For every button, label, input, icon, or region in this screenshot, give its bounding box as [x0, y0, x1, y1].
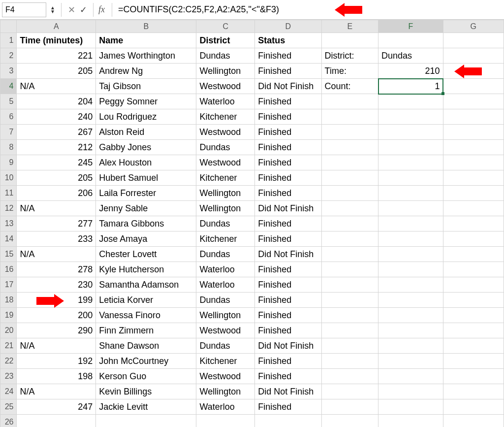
cell[interactable] — [378, 109, 443, 124]
row-header[interactable]: 10 — [0, 170, 17, 186]
cell[interactable] — [378, 94, 443, 109]
cell[interactable] — [322, 354, 378, 368]
name-box-stepper[interactable]: ▲ ▼ — [48, 6, 57, 14]
cell[interactable] — [443, 262, 504, 277]
cell[interactable] — [378, 308, 443, 323]
row-header[interactable]: 23 — [0, 369, 17, 384]
cell[interactable] — [443, 415, 504, 427]
cell[interactable] — [443, 323, 504, 338]
cancel-icon[interactable]: ✕ — [65, 4, 77, 15]
cell[interactable] — [322, 201, 378, 216]
cell-district[interactable]: Westwood — [196, 79, 254, 94]
cell-status[interactable]: Did Not Finish — [255, 201, 321, 216]
row-header[interactable]: 15 — [0, 247, 17, 262]
col-header[interactable]: F — [378, 20, 443, 33]
cell-time[interactable]: N/A — [17, 384, 95, 399]
cell-district[interactable]: Kitchener — [196, 231, 254, 246]
cell-status[interactable]: Finished — [255, 369, 321, 384]
cell[interactable] — [443, 155, 504, 170]
header-cell[interactable]: Name — [96, 33, 196, 48]
cell[interactable] — [443, 354, 504, 368]
cell-status[interactable]: Finished — [255, 231, 321, 246]
cell[interactable] — [443, 186, 504, 200]
cell[interactable] — [322, 186, 378, 200]
cell-status[interactable]: Finished — [255, 293, 321, 307]
cell-district[interactable]: Waterloo — [196, 262, 254, 277]
col-header[interactable]: D — [255, 20, 321, 33]
row-header[interactable]: 9 — [0, 155, 17, 170]
cell[interactable] — [378, 201, 443, 216]
cell[interactable] — [443, 79, 504, 94]
cell-district[interactable]: Waterloo — [196, 94, 254, 109]
col-header[interactable]: C — [196, 20, 255, 33]
cell[interactable] — [322, 338, 378, 353]
cell[interactable] — [378, 231, 443, 246]
cell-name[interactable]: Taj Gibson — [96, 79, 196, 94]
cell[interactable] — [443, 231, 504, 246]
cell[interactable] — [322, 415, 378, 427]
cell-district[interactable]: Kitchener — [196, 354, 254, 368]
row-header[interactable]: 22 — [0, 354, 17, 369]
cell[interactable] — [17, 415, 95, 427]
cell[interactable] — [443, 247, 504, 262]
row-header[interactable]: 14 — [0, 231, 17, 247]
cell-status[interactable]: Finished — [255, 216, 321, 231]
cell[interactable] — [378, 384, 443, 399]
confirm-icon[interactable]: ✓ — [77, 4, 89, 15]
cell[interactable] — [443, 140, 504, 155]
cell-time[interactable]: 205 — [17, 64, 95, 78]
cell[interactable] — [443, 170, 504, 185]
row-header[interactable]: 5 — [0, 94, 17, 109]
cell-name[interactable]: Gabby Jones — [96, 140, 196, 155]
row-header[interactable]: 7 — [0, 125, 17, 140]
cell-name[interactable]: Tamara Gibbons — [96, 216, 196, 231]
cell[interactable] — [378, 415, 443, 427]
header-cell[interactable]: District — [196, 33, 254, 48]
cell[interactable] — [378, 140, 443, 155]
cell[interactable] — [378, 186, 443, 200]
cell-district[interactable]: Wellington — [196, 201, 254, 216]
fx-icon[interactable]: fx — [98, 4, 105, 15]
cell[interactable] — [322, 369, 378, 384]
cell[interactable] — [322, 247, 378, 262]
cell-status[interactable]: Finished — [255, 140, 321, 155]
value-district[interactable]: Dundas — [378, 48, 443, 63]
cell-district[interactable]: Wellington — [196, 64, 254, 78]
cell-name[interactable]: Alex Houston — [96, 155, 196, 170]
cell-time[interactable]: 230 — [17, 277, 95, 292]
cell-name[interactable]: Jenny Sable — [96, 201, 196, 216]
cell-name[interactable]: Hubert Samuel — [96, 170, 196, 185]
cell-name[interactable]: Shane Dawson — [96, 338, 196, 353]
cell-name[interactable]: Kerson Guo — [96, 369, 196, 384]
cell[interactable] — [322, 170, 378, 185]
cell-time[interactable]: 278 — [17, 262, 95, 277]
row-header[interactable]: 17 — [0, 277, 17, 293]
cell[interactable] — [378, 293, 443, 307]
formula-input[interactable]: =COUNTIFS(C2:C25,F2,A2:A25,"<"&F3) — [116, 3, 281, 16]
cell[interactable] — [322, 308, 378, 323]
row-header[interactable]: 25 — [0, 399, 17, 415]
cell-status[interactable]: Finished — [255, 170, 321, 185]
cell[interactable] — [322, 109, 378, 124]
cell-name[interactable]: Chester Lovett — [96, 247, 196, 262]
cell-status[interactable]: Finished — [255, 277, 321, 292]
cell[interactable] — [378, 216, 443, 231]
cell[interactable] — [443, 338, 504, 353]
cell[interactable] — [322, 125, 378, 139]
cell-name[interactable]: Finn Zimmern — [96, 323, 196, 338]
row-header[interactable]: 24 — [0, 384, 17, 399]
cell-time[interactable]: 233 — [17, 231, 95, 246]
cell[interactable] — [96, 415, 196, 427]
label-count[interactable]: Count: — [322, 79, 378, 94]
cell-district[interactable]: Dundas — [196, 48, 254, 63]
cell-time[interactable]: 247 — [17, 399, 95, 414]
row-header[interactable]: 3 — [0, 64, 17, 79]
cell-name[interactable]: John McCourtney — [96, 354, 196, 368]
cell[interactable] — [443, 369, 504, 384]
cell[interactable] — [443, 216, 504, 231]
cell-time[interactable]: N/A — [17, 338, 95, 353]
cell-status[interactable]: Finished — [255, 48, 321, 63]
cell[interactable] — [322, 140, 378, 155]
cell[interactable] — [443, 48, 504, 63]
cell[interactable] — [378, 323, 443, 338]
